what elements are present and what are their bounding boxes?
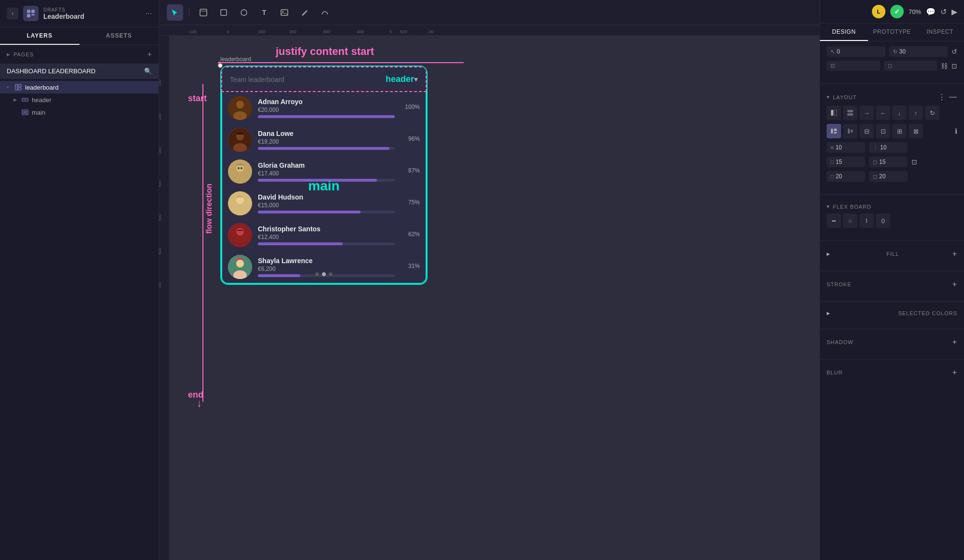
layout-options-icon[interactable]: ⋮	[938, 93, 946, 102]
pages-add-button[interactable]: +	[147, 50, 152, 59]
svg-point-16	[241, 10, 247, 15]
layout-info-icon[interactable]: ℹ	[955, 127, 957, 135]
ratio-icon[interactable]: ⊡	[951, 62, 957, 70]
layout-collapse-arrow[interactable]: ▾	[827, 94, 830, 100]
shadow-add-button[interactable]: +	[952, 338, 957, 347]
reset-icon[interactable]: ↺	[951, 48, 957, 55]
pad-right-icon: ◻	[873, 159, 877, 165]
tool-curve[interactable]	[317, 4, 333, 21]
col-field[interactable]: ⋮ 10	[869, 142, 908, 153]
layout-dir-7[interactable]: ↻	[925, 106, 939, 120]
tab-layers[interactable]: LAYERS	[0, 27, 80, 45]
lb-right-1: 100%	[401, 104, 420, 112]
pad-right-field[interactable]: ◻ 15	[869, 157, 908, 167]
tab-design[interactable]: DESIGN	[820, 24, 868, 41]
flex-icon-1[interactable]: ━	[827, 213, 841, 228]
sidebar-tabs: LAYERS ASSETS	[0, 27, 159, 45]
gap-field[interactable]: ≡ 10	[827, 142, 865, 153]
lb-info-3: Gloria Graham €17,400	[258, 161, 395, 182]
avatar-4	[228, 191, 252, 215]
layout-dir-2[interactable]	[843, 106, 857, 120]
leaderboard-frame[interactable]: header ▾ main	[220, 66, 428, 285]
design-section-position: ↖ 0 ↻ 30 ↺ ⊡ ◻ ⛓ ⊡	[820, 41, 964, 80]
flex-icon-2[interactable]: ○	[843, 213, 857, 228]
align-6[interactable]: ⊠	[909, 124, 923, 138]
layer-item-leaderboard[interactable]: ▾ leaderboard	[0, 81, 159, 93]
layout-dir-6[interactable]: ↑	[909, 106, 923, 120]
lb-right-6: 31%	[401, 263, 420, 271]
lb-pct-5: 62%	[408, 231, 420, 238]
height-field[interactable]: ◻	[884, 61, 937, 71]
gap-row: ≡ 10 ⋮ 10	[827, 142, 957, 153]
pad-left-field[interactable]: ◻ 20	[869, 171, 908, 182]
pad-bot-field[interactable]: □ 20	[827, 171, 865, 182]
tool-frame[interactable]	[195, 4, 212, 21]
layer-label: header	[32, 96, 51, 104]
svg-point-34	[236, 228, 244, 236]
divider	[820, 359, 964, 360]
lb-name-3: Gloria Graham	[258, 161, 395, 169]
play-icon[interactable]: ▶	[951, 7, 957, 16]
align-4[interactable]: ⊡	[876, 124, 890, 138]
link-icon[interactable]: ⛓	[941, 62, 948, 70]
rotate-field[interactable]: ↻ 30	[889, 46, 948, 57]
tab-inspect[interactable]: INSPECT	[916, 24, 964, 41]
flex-icon-4[interactable]: 0	[876, 213, 890, 228]
history-icon[interactable]: ↺	[940, 7, 947, 16]
design-section-stroke: STROKE +	[820, 275, 964, 297]
layer-item-main[interactable]: main	[0, 106, 159, 119]
layer-tree: ▾ leaderboard ▶ header	[0, 79, 159, 120]
pages-section[interactable]: ▶ PAGES +	[0, 45, 159, 64]
sidebar-menu-button[interactable]: ···	[146, 9, 152, 18]
align-5[interactable]: ⊞	[892, 124, 907, 138]
tool-image[interactable]	[276, 4, 293, 21]
blur-add-button[interactable]: +	[952, 368, 957, 377]
layout-dir-4[interactable]: ←	[876, 106, 890, 120]
svg-rect-47	[851, 130, 853, 133]
flexboard-label: ▾ FLEX BOARD	[827, 203, 957, 210]
layout-dir-3[interactable]: →	[859, 106, 874, 120]
fill-add-button[interactable]: +	[952, 250, 957, 258]
back-button[interactable]: ‹	[7, 8, 18, 19]
handle-bottom-right[interactable]	[218, 63, 223, 68]
zoom-label[interactable]: 70%	[909, 8, 921, 15]
stroke-add-button[interactable]: +	[952, 280, 957, 289]
frame-label: leaderboard	[220, 56, 251, 63]
lb-item-2: Dana Lowe €19,200 96%	[228, 128, 420, 152]
tool-pen[interactable]	[296, 4, 313, 21]
search-icon[interactable]: 🔍	[144, 67, 152, 75]
x-field[interactable]: ↖ 0	[827, 46, 885, 57]
width-field[interactable]: ⊡	[827, 61, 880, 71]
layout-dir-1[interactable]	[827, 106, 841, 120]
tool-circle[interactable]	[236, 4, 252, 21]
lb-right-5: 62%	[401, 231, 420, 240]
ruler-vertical: 100 200 300 400 500 600 700	[159, 36, 170, 560]
lb-name-1: Adnan Arroyo	[258, 98, 395, 106]
tab-prototype[interactable]: PROTOTYPE	[868, 24, 916, 41]
tool-rect[interactable]	[215, 4, 232, 21]
pad-bot-value: 20	[836, 173, 842, 180]
comment-icon[interactable]: 💬	[926, 7, 936, 16]
layer-item-header[interactable]: ▶ header	[0, 93, 159, 106]
svg-rect-44	[834, 129, 837, 131]
align-1[interactable]	[827, 124, 841, 138]
lb-header-input[interactable]	[230, 76, 384, 83]
layout-remove-icon[interactable]: —	[949, 93, 957, 102]
layout-dir-5[interactable]: ↓	[892, 106, 907, 120]
flex-icon-3[interactable]: I	[859, 213, 874, 228]
blur-label: BLUR	[827, 370, 843, 375]
lb-bar-bg-3	[258, 179, 395, 182]
pad-top-field[interactable]: □ 15	[827, 157, 865, 167]
sidebar-header: ‹ DRAFTS Leaderboard ···	[0, 0, 159, 27]
avatar-6	[228, 255, 252, 279]
align-2[interactable]	[843, 124, 857, 138]
page-item-dashboard[interactable]: DASHBOARD LEADERBOARD 🔍	[0, 64, 159, 79]
padding-link-icon[interactable]: ⊡	[911, 158, 917, 166]
tool-select[interactable]	[167, 4, 183, 21]
tab-assets[interactable]: ASSETS	[80, 27, 159, 45]
flexboard-collapse-arrow[interactable]: ▾	[827, 203, 830, 210]
selected-colors-arrow[interactable]: ▶	[827, 311, 830, 316]
tool-text[interactable]: T	[256, 4, 272, 21]
align-3[interactable]: ⊟	[859, 124, 874, 138]
fill-arrow[interactable]: ▶	[827, 252, 830, 256]
